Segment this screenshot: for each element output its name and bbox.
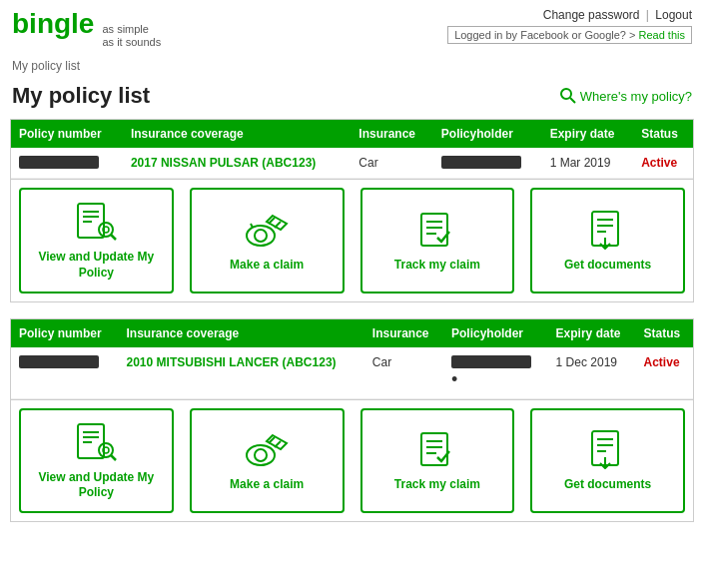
svg-point-32 [255, 449, 267, 461]
svg-line-29 [111, 455, 116, 460]
table-header-row: Policy number Insurance coverage Insuran… [11, 120, 693, 148]
page-title-row: My policy list Where's my policy? [0, 79, 704, 119]
col-status: Status [633, 120, 693, 148]
fb-notice: Logged in by Facebook or Google? > Read … [447, 26, 692, 44]
svg-line-14 [251, 224, 253, 228]
svg-point-28 [99, 443, 113, 457]
make-claim-btn-2[interactable]: Make a claim [190, 408, 345, 513]
get-documents-btn-2[interactable]: Get documents [530, 408, 685, 513]
policy-table-1: Policy number Insurance coverage Insuran… [11, 120, 693, 179]
track-claim-label-1: Track my claim [394, 258, 480, 274]
get-documents-btn-1[interactable]: Get documents [530, 188, 685, 293]
get-documents-label-1: Get documents [564, 258, 651, 274]
track-claim-label-2: Track my claim [394, 477, 480, 493]
header-right: Change password | Logout Logged in by Fa… [447, 8, 692, 44]
svg-point-0 [561, 89, 571, 99]
svg-line-1 [570, 98, 575, 103]
get-documents-icon [584, 210, 632, 250]
make-claim-icon [243, 210, 291, 250]
logout-link[interactable]: Logout [655, 8, 692, 22]
page-title: My policy list [12, 83, 150, 109]
policy-table-2: Policy number Insurance coverage Insuran… [11, 319, 693, 399]
policy-section-1: Policy number Insurance coverage Insuran… [10, 119, 694, 301]
policy-coverage-2: 2010 MITSUBISHI LANCER (ABC123) [119, 347, 364, 399]
policy-holder-2: • [443, 347, 548, 399]
track-claim-icon [413, 210, 461, 250]
view-policy-icon-2 [72, 422, 120, 462]
search-icon [560, 88, 576, 104]
track-claim-btn-1[interactable]: Track my claim [360, 188, 515, 293]
policy-status-1: Active [633, 148, 693, 179]
policy-holder-1 [433, 148, 542, 179]
policy-expiry-2: 1 Dec 2019 [548, 347, 636, 399]
view-policy-icon [72, 202, 120, 242]
view-policy-btn-2[interactable]: View and Update My Policy [19, 408, 174, 513]
track-claim-btn-2[interactable]: Track my claim [360, 408, 515, 513]
col-policy-number-2: Policy number [11, 319, 119, 347]
logo-area: bingle as simple as it sounds [12, 8, 161, 49]
col-policyholder-2: Policyholder [443, 319, 548, 347]
col-policyholder: Policyholder [433, 120, 542, 148]
policy-number-2 [11, 347, 119, 399]
col-insurance: Insurance [351, 120, 432, 148]
policy-row-1: 2017 NISSAN PULSAR (ABC123) Car 1 Mar 20… [11, 148, 693, 179]
col-expiry-date: Expiry date [542, 120, 634, 148]
policy-expiry-1: 1 Mar 2019 [542, 148, 634, 179]
get-documents-label-2: Get documents [564, 477, 651, 493]
svg-line-35 [275, 441, 281, 447]
svg-point-6 [99, 223, 113, 237]
breadcrumb: My policy list [0, 53, 704, 79]
fb-read-this-link[interactable]: Read this [639, 29, 685, 41]
action-row-1: View and Update My Policy Make a claim [11, 179, 693, 300]
coverage-link-2[interactable]: 2010 MITSUBISHI LANCER (ABC123) [127, 355, 337, 369]
policy-status-2: Active [636, 347, 693, 399]
make-claim-icon-2 [243, 429, 291, 469]
policy-section-2: Policy number Insurance coverage Insuran… [10, 318, 694, 522]
col-policy-number: Policy number [11, 120, 123, 148]
col-insurance-2: Insurance [364, 319, 443, 347]
header: bingle as simple as it sounds Change pas… [0, 0, 704, 53]
policy-insurance-2: Car [364, 347, 443, 399]
change-password-link[interactable]: Change password [543, 8, 640, 22]
make-claim-label-1: Make a claim [230, 258, 304, 274]
policy-insurance-1: Car [351, 148, 432, 179]
svg-line-13 [275, 222, 281, 228]
track-claim-icon-2 [413, 429, 461, 469]
view-policy-label-2: View and Update My Policy [27, 470, 166, 501]
view-policy-btn-1[interactable]: View and Update My Policy [19, 188, 174, 293]
view-policy-label-1: View and Update My Policy [27, 250, 166, 281]
policy-coverage-1: 2017 NISSAN PULSAR (ABC123) [123, 148, 351, 179]
col-status-2: Status [636, 319, 693, 347]
where-policy-link[interactable]: Where's my policy? [560, 88, 692, 104]
policy-number-1 [11, 148, 123, 179]
col-expiry-date-2: Expiry date [548, 319, 636, 347]
table-header-row-2: Policy number Insurance coverage Insuran… [11, 319, 693, 347]
logo: bingle [12, 8, 94, 40]
coverage-link-1[interactable]: 2017 NISSAN PULSAR (ABC123) [131, 156, 316, 170]
action-row-2: View and Update My Policy Make a claim T [11, 399, 693, 521]
make-claim-label-2: Make a claim [230, 477, 304, 493]
svg-point-10 [255, 230, 267, 242]
make-claim-btn-1[interactable]: Make a claim [190, 188, 345, 293]
policy-row-2: 2010 MITSUBISHI LANCER (ABC123) Car • 1 … [11, 347, 693, 399]
col-insurance-coverage: Insurance coverage [123, 120, 351, 148]
get-documents-icon-2 [584, 429, 632, 469]
tagline: as simple as it sounds [102, 23, 161, 49]
svg-line-7 [111, 235, 116, 240]
col-insurance-coverage-2: Insurance coverage [119, 319, 364, 347]
